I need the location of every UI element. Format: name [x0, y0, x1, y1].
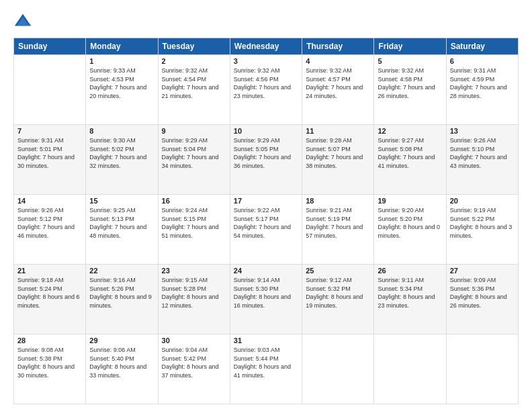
day-number: 27: [450, 267, 515, 275]
day-number: 25: [306, 267, 370, 275]
day-cell: 27Sunrise: 9:09 AMSunset: 5:36 PMDayligh…: [446, 265, 518, 334]
day-cell: 10Sunrise: 9:29 AMSunset: 5:05 PMDayligh…: [230, 125, 302, 195]
week-row-3: 14Sunrise: 9:26 AMSunset: 5:12 PMDayligh…: [14, 195, 519, 265]
day-cell: [14, 55, 86, 125]
weekday-header-monday: Monday: [86, 38, 158, 55]
week-row-4: 21Sunrise: 9:18 AMSunset: 5:24 PMDayligh…: [14, 265, 519, 334]
day-info: Sunrise: 9:03 AMSunset: 5:44 PMDaylight:…: [234, 346, 298, 379]
day-cell: 12Sunrise: 9:27 AMSunset: 5:08 PMDayligh…: [374, 125, 446, 195]
day-info: Sunrise: 9:09 AMSunset: 5:36 PMDaylight:…: [450, 276, 515, 310]
day-cell: 28Sunrise: 9:08 AMSunset: 5:38 PMDayligh…: [14, 334, 86, 404]
day-cell: 1Sunrise: 9:33 AMSunset: 4:53 PMDaylight…: [86, 55, 158, 125]
day-cell: 8Sunrise: 9:30 AMSunset: 5:02 PMDaylight…: [86, 125, 158, 195]
day-cell: 23Sunrise: 9:15 AMSunset: 5:28 PMDayligh…: [158, 265, 230, 334]
day-info: Sunrise: 9:26 AMSunset: 5:12 PMDaylight:…: [17, 206, 82, 240]
logo: [13, 12, 35, 31]
day-cell: 24Sunrise: 9:14 AMSunset: 5:30 PMDayligh…: [230, 265, 302, 334]
day-cell: 30Sunrise: 9:04 AMSunset: 5:42 PMDayligh…: [158, 334, 230, 404]
day-cell: [446, 334, 518, 404]
weekday-header-sunday: Sunday: [14, 38, 86, 55]
day-cell: 2Sunrise: 9:32 AMSunset: 4:54 PMDaylight…: [158, 55, 230, 125]
day-info: Sunrise: 9:24 AMSunset: 5:15 PMDaylight:…: [162, 206, 226, 240]
weekday-header-row: SundayMondayTuesdayWednesdayThursdayFrid…: [14, 38, 519, 55]
day-cell: 5Sunrise: 9:32 AMSunset: 4:58 PMDaylight…: [374, 55, 446, 125]
day-info: Sunrise: 9:33 AMSunset: 4:53 PMDaylight:…: [89, 66, 154, 100]
calendar-table: SundayMondayTuesdayWednesdayThursdayFrid…: [13, 38, 519, 404]
day-info: Sunrise: 9:11 AMSunset: 5:34 PMDaylight:…: [378, 276, 442, 310]
day-cell: 31Sunrise: 9:03 AMSunset: 5:44 PMDayligh…: [230, 334, 302, 404]
day-number: 30: [162, 336, 226, 345]
day-number: 3: [234, 57, 298, 65]
day-info: Sunrise: 9:30 AMSunset: 5:02 PMDaylight:…: [89, 136, 154, 170]
day-cell: 6Sunrise: 9:31 AMSunset: 4:59 PMDaylight…: [446, 55, 518, 125]
day-cell: 25Sunrise: 9:12 AMSunset: 5:32 PMDayligh…: [302, 265, 374, 334]
day-cell: 11Sunrise: 9:28 AMSunset: 5:07 PMDayligh…: [302, 125, 374, 195]
day-number: 6: [450, 57, 515, 65]
day-number: 28: [17, 336, 82, 345]
day-number: 21: [17, 267, 82, 275]
day-cell: 13Sunrise: 9:26 AMSunset: 5:10 PMDayligh…: [446, 125, 518, 195]
day-info: Sunrise: 9:18 AMSunset: 5:24 PMDaylight:…: [17, 276, 82, 310]
day-cell: 14Sunrise: 9:26 AMSunset: 5:12 PMDayligh…: [14, 195, 86, 265]
day-info: Sunrise: 9:06 AMSunset: 5:40 PMDaylight:…: [89, 346, 154, 379]
week-row-2: 7Sunrise: 9:31 AMSunset: 5:01 PMDaylight…: [14, 125, 519, 195]
day-info: Sunrise: 9:32 AMSunset: 4:57 PMDaylight:…: [306, 66, 370, 100]
day-number: 1: [89, 57, 154, 65]
day-number: 5: [378, 57, 442, 65]
day-info: Sunrise: 9:32 AMSunset: 4:58 PMDaylight:…: [378, 66, 442, 100]
day-number: 2: [162, 57, 226, 65]
day-cell: [302, 334, 374, 404]
day-info: Sunrise: 9:29 AMSunset: 5:05 PMDaylight:…: [234, 136, 298, 170]
day-number: 7: [17, 127, 82, 135]
day-number: 14: [17, 197, 82, 205]
day-number: 20: [450, 197, 515, 205]
day-info: Sunrise: 9:14 AMSunset: 5:30 PMDaylight:…: [234, 276, 298, 310]
weekday-header-wednesday: Wednesday: [230, 38, 302, 55]
day-number: 4: [306, 57, 370, 65]
day-info: Sunrise: 9:31 AMSunset: 4:59 PMDaylight:…: [450, 66, 515, 100]
day-number: 11: [306, 127, 370, 135]
day-info: Sunrise: 9:20 AMSunset: 5:20 PMDaylight:…: [378, 206, 442, 240]
day-info: Sunrise: 9:21 AMSunset: 5:19 PMDaylight:…: [306, 206, 370, 240]
day-number: 15: [89, 197, 154, 205]
day-number: 17: [234, 197, 298, 205]
day-cell: 29Sunrise: 9:06 AMSunset: 5:40 PMDayligh…: [86, 334, 158, 404]
day-cell: 4Sunrise: 9:32 AMSunset: 4:57 PMDaylight…: [302, 55, 374, 125]
day-info: Sunrise: 9:28 AMSunset: 5:07 PMDaylight:…: [306, 136, 370, 170]
day-number: 12: [378, 127, 442, 135]
day-number: 10: [234, 127, 298, 135]
day-info: Sunrise: 9:27 AMSunset: 5:08 PMDaylight:…: [378, 136, 442, 170]
day-cell: 3Sunrise: 9:32 AMSunset: 4:56 PMDaylight…: [230, 55, 302, 125]
day-number: 16: [162, 197, 226, 205]
weekday-header-friday: Friday: [374, 38, 446, 55]
day-cell: 22Sunrise: 9:16 AMSunset: 5:26 PMDayligh…: [86, 265, 158, 334]
day-number: 18: [306, 197, 370, 205]
day-cell: 18Sunrise: 9:21 AMSunset: 5:19 PMDayligh…: [302, 195, 374, 265]
logo-icon: [13, 12, 32, 31]
day-cell: 15Sunrise: 9:25 AMSunset: 5:13 PMDayligh…: [86, 195, 158, 265]
weekday-header-tuesday: Tuesday: [158, 38, 230, 55]
day-info: Sunrise: 9:22 AMSunset: 5:17 PMDaylight:…: [234, 206, 298, 240]
day-number: 24: [234, 267, 298, 275]
day-info: Sunrise: 9:08 AMSunset: 5:38 PMDaylight:…: [17, 346, 82, 379]
day-cell: 7Sunrise: 9:31 AMSunset: 5:01 PMDaylight…: [14, 125, 86, 195]
day-cell: 21Sunrise: 9:18 AMSunset: 5:24 PMDayligh…: [14, 265, 86, 334]
day-info: Sunrise: 9:16 AMSunset: 5:26 PMDaylight:…: [89, 276, 154, 310]
day-cell: [374, 334, 446, 404]
day-info: Sunrise: 9:31 AMSunset: 5:01 PMDaylight:…: [17, 136, 82, 170]
day-cell: 20Sunrise: 9:19 AMSunset: 5:22 PMDayligh…: [446, 195, 518, 265]
day-number: 23: [162, 267, 226, 275]
day-cell: 9Sunrise: 9:29 AMSunset: 5:04 PMDaylight…: [158, 125, 230, 195]
day-number: 31: [234, 336, 298, 345]
day-info: Sunrise: 9:15 AMSunset: 5:28 PMDaylight:…: [162, 276, 226, 310]
day-info: Sunrise: 9:32 AMSunset: 4:56 PMDaylight:…: [234, 66, 298, 100]
day-number: 22: [89, 267, 154, 275]
day-number: 8: [89, 127, 154, 135]
day-info: Sunrise: 9:32 AMSunset: 4:54 PMDaylight:…: [162, 66, 226, 100]
day-info: Sunrise: 9:26 AMSunset: 5:10 PMDaylight:…: [450, 136, 515, 170]
day-number: 13: [450, 127, 515, 135]
weekday-header-saturday: Saturday: [446, 38, 518, 55]
day-number: 19: [378, 197, 442, 205]
day-info: Sunrise: 9:12 AMSunset: 5:32 PMDaylight:…: [306, 276, 370, 310]
day-info: Sunrise: 9:29 AMSunset: 5:04 PMDaylight:…: [162, 136, 226, 170]
